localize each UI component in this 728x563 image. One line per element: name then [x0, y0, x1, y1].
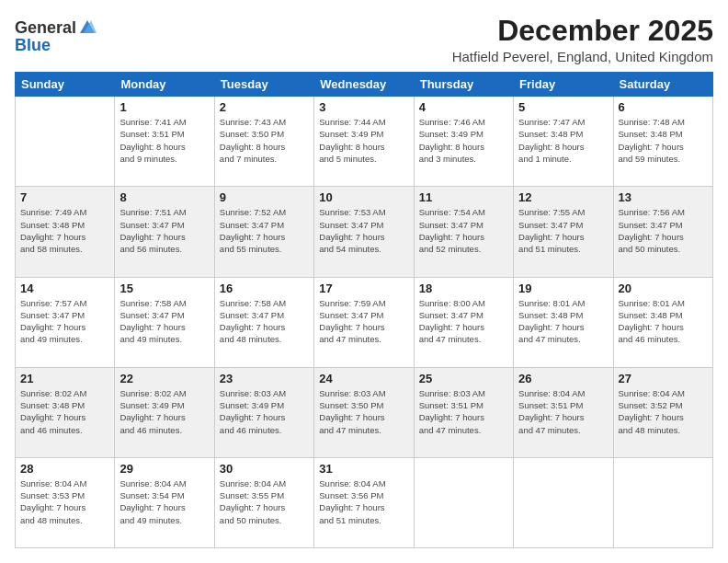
- calendar-header-row: SundayMondayTuesdayWednesdayThursdayFrid…: [16, 73, 713, 97]
- col-header-thursday: Thursday: [414, 73, 513, 97]
- day-info: Sunrise: 8:04 AM Sunset: 3:52 PM Dayligh…: [619, 387, 708, 436]
- day-number: 9: [220, 190, 309, 204]
- calendar-table: SundayMondayTuesdayWednesdayThursdayFrid…: [15, 72, 713, 548]
- page: General Blue December 2025 Hatfield Peve…: [0, 0, 728, 563]
- day-info: Sunrise: 7:56 AM Sunset: 3:47 PM Dayligh…: [619, 206, 708, 255]
- calendar-cell: 29Sunrise: 8:04 AM Sunset: 3:54 PM Dayli…: [115, 457, 214, 547]
- day-info: Sunrise: 7:49 AM Sunset: 3:48 PM Dayligh…: [20, 206, 109, 255]
- day-info: Sunrise: 7:52 AM Sunset: 3:47 PM Dayligh…: [220, 206, 309, 255]
- day-info: Sunrise: 8:03 AM Sunset: 3:51 PM Dayligh…: [419, 387, 508, 436]
- calendar-cell: 5Sunrise: 7:47 AM Sunset: 3:48 PM Daylig…: [514, 97, 613, 187]
- day-number: 17: [319, 282, 408, 295]
- day-info: Sunrise: 8:03 AM Sunset: 3:49 PM Dayligh…: [220, 387, 309, 436]
- day-number: 20: [619, 282, 708, 295]
- day-number: 30: [220, 462, 309, 476]
- calendar-cell: 21Sunrise: 8:02 AM Sunset: 3:48 PM Dayli…: [16, 367, 115, 457]
- day-number: 26: [518, 372, 608, 385]
- day-info: Sunrise: 8:04 AM Sunset: 3:56 PM Dayligh…: [319, 477, 408, 526]
- day-info: Sunrise: 8:04 AM Sunset: 3:54 PM Dayligh…: [119, 477, 209, 526]
- day-number: 13: [619, 190, 708, 204]
- calendar-week-row: 7Sunrise: 7:49 AM Sunset: 3:48 PM Daylig…: [16, 187, 713, 277]
- calendar-cell: 26Sunrise: 8:04 AM Sunset: 3:51 PM Dayli…: [514, 367, 613, 457]
- day-info: Sunrise: 7:43 AM Sunset: 3:50 PM Dayligh…: [220, 116, 309, 165]
- day-info: Sunrise: 8:02 AM Sunset: 3:49 PM Dayligh…: [119, 387, 209, 436]
- day-info: Sunrise: 7:54 AM Sunset: 3:47 PM Dayligh…: [419, 206, 508, 255]
- day-number: 12: [518, 190, 608, 204]
- day-number: 15: [119, 282, 209, 295]
- header: General Blue December 2025 Hatfield Peve…: [15, 15, 713, 64]
- calendar-cell: 20Sunrise: 8:01 AM Sunset: 3:48 PM Dayli…: [613, 277, 712, 367]
- calendar-cell: 10Sunrise: 7:53 AM Sunset: 3:47 PM Dayli…: [314, 187, 414, 277]
- calendar-cell: 9Sunrise: 7:52 AM Sunset: 3:47 PM Daylig…: [214, 187, 313, 277]
- calendar-cell: 8Sunrise: 7:51 AM Sunset: 3:47 PM Daylig…: [115, 187, 214, 277]
- calendar-cell: 15Sunrise: 7:58 AM Sunset: 3:47 PM Dayli…: [115, 277, 214, 367]
- day-number: 31: [319, 462, 408, 476]
- calendar-week-row: 1Sunrise: 7:41 AM Sunset: 3:51 PM Daylig…: [16, 97, 713, 187]
- day-info: Sunrise: 8:00 AM Sunset: 3:47 PM Dayligh…: [419, 297, 508, 346]
- logo-icon: [78, 18, 97, 35]
- day-info: Sunrise: 8:01 AM Sunset: 3:48 PM Dayligh…: [518, 297, 608, 346]
- day-info: Sunrise: 7:51 AM Sunset: 3:47 PM Dayligh…: [119, 206, 209, 255]
- day-number: 27: [619, 372, 708, 385]
- day-info: Sunrise: 7:57 AM Sunset: 3:47 PM Dayligh…: [20, 297, 109, 346]
- col-header-monday: Monday: [115, 73, 214, 97]
- calendar-week-row: 21Sunrise: 8:02 AM Sunset: 3:48 PM Dayli…: [16, 367, 713, 457]
- calendar-cell: 11Sunrise: 7:54 AM Sunset: 3:47 PM Dayli…: [414, 187, 513, 277]
- day-number: 2: [220, 100, 309, 114]
- day-info: Sunrise: 8:04 AM Sunset: 3:55 PM Dayligh…: [220, 477, 309, 526]
- day-info: Sunrise: 7:44 AM Sunset: 3:49 PM Dayligh…: [319, 116, 408, 165]
- day-info: Sunrise: 8:04 AM Sunset: 3:53 PM Dayligh…: [20, 477, 109, 526]
- calendar-cell: 2Sunrise: 7:43 AM Sunset: 3:50 PM Daylig…: [214, 97, 313, 187]
- calendar-cell: 22Sunrise: 8:02 AM Sunset: 3:49 PM Dayli…: [115, 367, 214, 457]
- day-number: 10: [319, 190, 408, 204]
- day-info: Sunrise: 7:46 AM Sunset: 3:49 PM Dayligh…: [419, 116, 508, 165]
- col-header-tuesday: Tuesday: [214, 73, 313, 97]
- day-info: Sunrise: 8:03 AM Sunset: 3:50 PM Dayligh…: [319, 387, 408, 436]
- calendar-cell: 12Sunrise: 7:55 AM Sunset: 3:47 PM Dayli…: [514, 187, 613, 277]
- location-subtitle: Hatfield Peverel, England, United Kingdo…: [452, 49, 713, 64]
- calendar-cell: 31Sunrise: 8:04 AM Sunset: 3:56 PM Dayli…: [314, 457, 414, 547]
- calendar-cell: 28Sunrise: 8:04 AM Sunset: 3:53 PM Dayli…: [16, 457, 115, 547]
- day-info: Sunrise: 7:59 AM Sunset: 3:47 PM Dayligh…: [319, 297, 408, 346]
- day-info: Sunrise: 7:58 AM Sunset: 3:47 PM Dayligh…: [220, 297, 309, 346]
- calendar-week-row: 14Sunrise: 7:57 AM Sunset: 3:47 PM Dayli…: [16, 277, 713, 367]
- day-number: 8: [119, 190, 209, 204]
- logo: General Blue: [15, 18, 97, 55]
- calendar-cell: 30Sunrise: 8:04 AM Sunset: 3:55 PM Dayli…: [214, 457, 313, 547]
- calendar-cell: 17Sunrise: 7:59 AM Sunset: 3:47 PM Dayli…: [314, 277, 414, 367]
- day-number: 29: [119, 462, 209, 476]
- day-number: 28: [20, 462, 109, 476]
- calendar-cell: 4Sunrise: 7:46 AM Sunset: 3:49 PM Daylig…: [414, 97, 513, 187]
- day-number: 19: [518, 282, 608, 295]
- day-info: Sunrise: 8:01 AM Sunset: 3:48 PM Dayligh…: [619, 297, 708, 346]
- calendar-cell: 18Sunrise: 8:00 AM Sunset: 3:47 PM Dayli…: [414, 277, 513, 367]
- day-number: 5: [518, 100, 608, 114]
- day-info: Sunrise: 7:55 AM Sunset: 3:47 PM Dayligh…: [518, 206, 608, 255]
- calendar-week-row: 28Sunrise: 8:04 AM Sunset: 3:53 PM Dayli…: [16, 457, 713, 547]
- day-number: 7: [20, 190, 109, 204]
- day-info: Sunrise: 7:41 AM Sunset: 3:51 PM Dayligh…: [119, 116, 209, 165]
- calendar-cell: 7Sunrise: 7:49 AM Sunset: 3:48 PM Daylig…: [16, 187, 115, 277]
- day-number: 16: [220, 282, 309, 295]
- calendar-cell: 16Sunrise: 7:58 AM Sunset: 3:47 PM Dayli…: [214, 277, 313, 367]
- calendar-cell: 1Sunrise: 7:41 AM Sunset: 3:51 PM Daylig…: [115, 97, 214, 187]
- title-block: December 2025 Hatfield Peverel, England,…: [452, 15, 713, 64]
- col-header-saturday: Saturday: [613, 73, 712, 97]
- day-number: 22: [119, 372, 209, 385]
- calendar-cell: [613, 457, 712, 547]
- day-number: 11: [419, 190, 508, 204]
- calendar-cell: 14Sunrise: 7:57 AM Sunset: 3:47 PM Dayli…: [16, 277, 115, 367]
- day-number: 23: [220, 372, 309, 385]
- day-info: Sunrise: 7:53 AM Sunset: 3:47 PM Dayligh…: [319, 206, 408, 255]
- day-number: 3: [319, 100, 408, 114]
- day-number: 18: [419, 282, 508, 295]
- day-number: 24: [319, 372, 408, 385]
- day-info: Sunrise: 8:04 AM Sunset: 3:51 PM Dayligh…: [518, 387, 608, 436]
- col-header-sunday: Sunday: [16, 73, 115, 97]
- day-number: 4: [419, 100, 508, 114]
- logo-blue-text: Blue: [15, 36, 97, 55]
- day-info: Sunrise: 8:02 AM Sunset: 3:48 PM Dayligh…: [20, 387, 109, 436]
- calendar-cell: [16, 97, 115, 187]
- col-header-wednesday: Wednesday: [314, 73, 414, 97]
- day-info: Sunrise: 7:47 AM Sunset: 3:48 PM Dayligh…: [518, 116, 608, 165]
